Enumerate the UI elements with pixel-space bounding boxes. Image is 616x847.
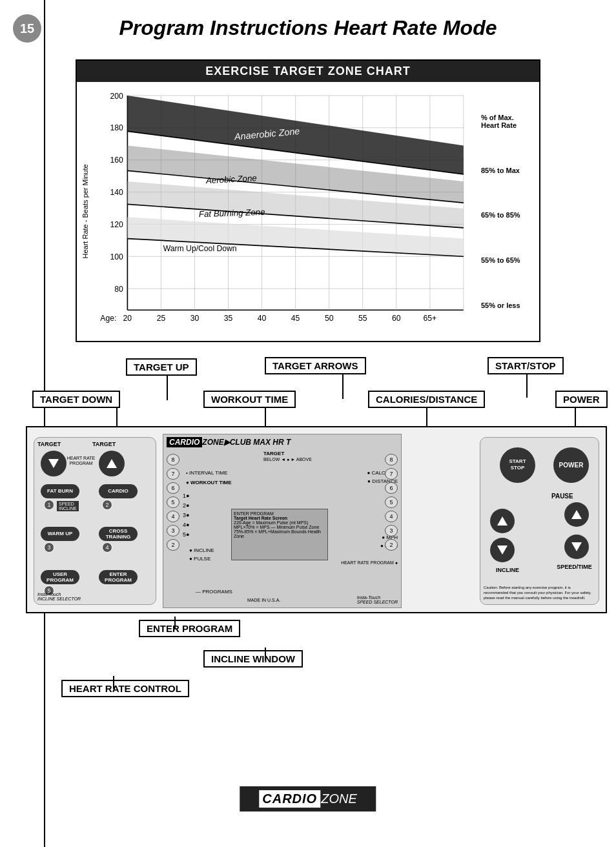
row-5: 5● — [183, 531, 189, 538]
center-display: ENTER PROGRAM Target Heart Rate Screen 2… — [231, 509, 328, 560]
speed-time-down-btn[interactable] — [564, 535, 589, 559]
power-label: POWER — [555, 391, 608, 408]
incline-down-btn[interactable] — [490, 538, 515, 562]
fat-burn-btn[interactable]: FAT BURN — [41, 484, 79, 498]
footer-zone: ZONE — [321, 791, 357, 806]
speed-time-label: SPEED/TIME — [553, 564, 595, 570]
made-in-usa: MADE IN U.S.A. — [247, 598, 280, 602]
svg-text:100: 100 — [110, 252, 123, 261]
target-display-label: TARGET — [263, 451, 284, 456]
user-program-btn[interactable]: USERPROGRAM — [41, 570, 79, 584]
arrow-enter-prog — [174, 617, 176, 629]
svg-text:45: 45 — [291, 314, 300, 323]
chart-zone-3-pct: 55% to 65% — [481, 256, 533, 264]
svg-text:60: 60 — [392, 314, 401, 323]
svg-text:50: 50 — [325, 314, 334, 323]
heart-rate-prog-display: HEART RATE PROGRAM ● — [341, 560, 398, 565]
svg-text:Age:: Age: — [100, 314, 116, 323]
num-7-right: 7 — [385, 468, 398, 480]
num-3-right: 3 — [385, 525, 398, 536]
upper-callouts: TARGET UP TARGET ARROWS START/STOP TARGE… — [26, 355, 607, 426]
target-down-label: TARGET DOWN — [32, 391, 120, 408]
chart-y-label: Heart Rate - Beats per Minute — [80, 88, 92, 334]
arrow-start-stop — [526, 373, 528, 398]
arrow-power — [575, 407, 576, 426]
arrow-target-down — [116, 407, 118, 426]
svg-text:25: 25 — [157, 314, 166, 323]
speed-time-up-btn[interactable] — [564, 502, 589, 527]
num-8-left: 8 — [167, 454, 180, 465]
footer-brand-bar: CARDIO ZONE — [240, 786, 376, 811]
incline-btn-label: INCLINE — [488, 567, 527, 573]
num-6-right: 6 — [385, 482, 398, 494]
svg-text:120: 120 — [110, 220, 123, 229]
pause-label: PAUSE — [551, 493, 573, 500]
btn-4[interactable]: 4 — [102, 542, 112, 553]
num-2-left: 2 — [167, 539, 180, 551]
workout-time-label: WORKOUT TIME — [203, 391, 296, 408]
btn-3[interactable]: 3 — [44, 542, 54, 553]
warm-up-btn[interactable]: WARM UP — [41, 527, 79, 541]
svg-text:180: 180 — [110, 123, 123, 132]
row-2: 2● — [183, 502, 189, 509]
caution-text: Caution: Before starting any exercise pr… — [484, 586, 595, 600]
chart-title: EXERCISE TARGET ZONE CHART — [77, 61, 539, 82]
cardio-btn[interactable]: CARDIO — [99, 484, 138, 498]
row-3: 3● — [183, 512, 189, 518]
svg-text:Warm Up/Cool Down: Warm Up/Cool Down — [163, 244, 237, 253]
lower-callouts: ENTER PROGRAM INCLINE WINDOW HEART RATE … — [26, 617, 607, 700]
right-panel: STARTSTOP POWER PAUSE — [480, 437, 599, 605]
target-up-btn[interactable] — [99, 451, 125, 476]
svg-text:40: 40 — [258, 314, 267, 323]
num-3-left: 3 — [167, 525, 180, 536]
arrow-incline — [265, 648, 266, 660]
arrow-target-up — [167, 374, 168, 400]
heart-rate-program-label: HEART RATE PROGRAM — [67, 456, 96, 467]
enter-program-btn[interactable]: ENTERPROGRAM — [99, 570, 138, 584]
center-panel: CARDIOZONE▶CLUB MAX HR T TARGET BELOW ◄ … — [163, 434, 402, 608]
btn-1[interactable]: 1 — [44, 500, 54, 510]
num-2-right: 2 — [385, 539, 398, 551]
footer-cardio: CARDIO — [259, 790, 320, 808]
target-label-right: TARGET — [92, 441, 116, 447]
arrow-target-arrows — [342, 373, 344, 399]
svg-text:65+: 65+ — [423, 314, 436, 323]
num-5-right: 5 — [385, 496, 398, 508]
incline-up-btn[interactable] — [490, 509, 515, 533]
power-btn[interactable]: POWER — [553, 447, 589, 483]
target-down-btn[interactable] — [41, 451, 67, 476]
enter-program-label: ENTER PROGRAM — [139, 620, 240, 637]
insta-touch-speed: Insta-TouchSPEED SELECTOR — [357, 595, 398, 604]
chart-right-labels: % of Max.Heart Rate 85% to Max 65% to 85… — [478, 88, 536, 334]
incline-label: ● INCLINE — [189, 547, 214, 553]
pulse-label: ● PULSE — [189, 556, 210, 562]
heart-rate-control-label: HEART RATE CONTROL — [61, 680, 189, 697]
svg-text:80: 80 — [114, 285, 123, 294]
target-arrows-label: TARGET ARROWS — [265, 357, 366, 374]
start-stop-label: START/STOP — [488, 357, 564, 374]
page-title: Program Instructions Heart Rate Mode — [26, 13, 590, 40]
chart-zone-2-pct: 65% to 85% — [481, 211, 533, 219]
incline-window-label: INCLINE WINDOW — [203, 650, 303, 668]
num-4-left: 4 — [167, 511, 180, 522]
exercise-chart: EXERCISE TARGET ZONE CHART Heart Rate - … — [76, 59, 540, 342]
arrow-workout-time — [265, 407, 266, 426]
workout-time-display: ● WORKOUT TIME — [186, 480, 232, 485]
chart-zone-1-pct: 85% to Max — [481, 167, 533, 174]
left-number-col: 8 7 6 5 4 3 2 — [167, 454, 180, 551]
num-7-left: 7 — [167, 468, 180, 480]
svg-text:30: 30 — [190, 314, 200, 323]
row-4: 4● — [183, 522, 189, 528]
btn-2[interactable]: 2 — [102, 500, 112, 510]
chart-zone-4-pct: 55% or less — [481, 301, 533, 309]
calories-distance-label: CALORIES/DISTANCE — [368, 391, 485, 408]
svg-text:140: 140 — [110, 188, 123, 197]
diagram-section: TARGET UP TARGET ARROWS START/STOP TARGE… — [26, 355, 607, 700]
start-stop-btn[interactable]: STARTSTOP — [500, 447, 535, 483]
cross-training-btn[interactable]: CROSSTRAINING — [99, 527, 138, 541]
left-panel: TARGET TARGET HEART RATE PROGRAM FAT BUR… — [34, 437, 156, 605]
page-number: 15 — [13, 14, 41, 43]
num-4-right: 4 — [385, 511, 398, 522]
num-8-right: 8 — [385, 454, 398, 465]
interval-time-label: • INTERVAL TIME — [186, 470, 227, 476]
